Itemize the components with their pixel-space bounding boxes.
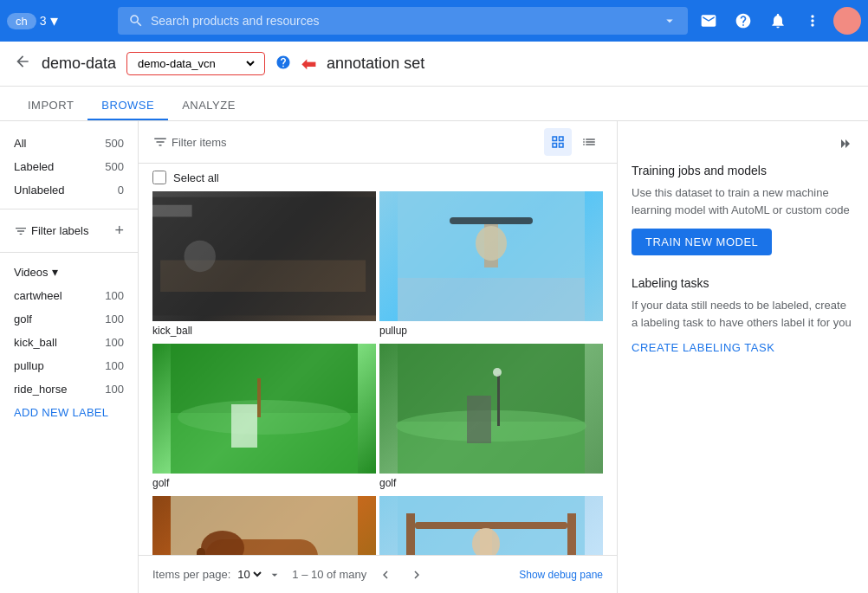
sidebar-item-ride-horse[interactable]: ride_horse 100 bbox=[0, 377, 138, 401]
sidebar-item-golf[interactable]: golf 100 bbox=[0, 307, 138, 331]
create-labeling-task-button[interactable]: CREATE LABELING TASK bbox=[632, 341, 774, 354]
svg-point-2 bbox=[184, 241, 215, 272]
main: All 500 Labeled 500 Unlabeled 0 Filter l… bbox=[0, 121, 868, 593]
tab-import[interactable]: IMPORT bbox=[14, 92, 87, 120]
ridehorse-thumb-art bbox=[152, 496, 376, 555]
video-thumb-kickball[interactable] bbox=[152, 191, 376, 321]
grid-icon bbox=[550, 134, 566, 150]
cartwheel-count: 100 bbox=[105, 289, 124, 302]
sidebar: All 500 Labeled 500 Unlabeled 0 Filter l… bbox=[0, 121, 139, 593]
app-chip[interactable]: ch bbox=[7, 13, 36, 29]
svg-point-19 bbox=[493, 368, 502, 377]
add-filter-icon[interactable]: + bbox=[114, 222, 124, 240]
kickball-thumb-art bbox=[152, 191, 376, 321]
select-all-checkbox[interactable] bbox=[152, 171, 166, 184]
sidebar-divider bbox=[0, 209, 138, 209]
chevron-right-icon bbox=[409, 567, 424, 583]
svg-rect-30 bbox=[406, 513, 415, 555]
items-per-page-label: Items per page: bbox=[152, 568, 230, 581]
videos-header[interactable]: Videos ▾ bbox=[0, 260, 138, 284]
chevron-right-double-icon bbox=[837, 135, 854, 152]
email-icon[interactable] bbox=[695, 7, 722, 35]
collapse-panel-button[interactable] bbox=[837, 135, 854, 157]
svg-point-8 bbox=[476, 226, 507, 261]
labeled-count: 500 bbox=[105, 160, 124, 173]
filter-labels-label: Filter labels bbox=[31, 224, 88, 237]
filter-items-button[interactable]: Filter items bbox=[152, 134, 227, 150]
golf-count: 100 bbox=[105, 313, 124, 326]
avatar[interactable] bbox=[833, 7, 861, 35]
search-bar[interactable] bbox=[118, 7, 688, 35]
page-title: demo-data bbox=[42, 55, 116, 73]
annotation-select[interactable]: demo-data_vcn bbox=[134, 56, 257, 71]
sidebar-item-all[interactable]: All 500 bbox=[0, 132, 138, 155]
labeled-label: Labeled bbox=[14, 160, 54, 173]
select-all-label: Select all bbox=[173, 171, 219, 184]
video-thumb-pullup1[interactable] bbox=[379, 191, 603, 321]
video-thumb-pullup2[interactable] bbox=[379, 496, 603, 555]
content-toolbar: Filter items bbox=[139, 121, 617, 164]
golf2-thumb-art bbox=[379, 344, 603, 474]
labeling-title: Labeling tasks bbox=[632, 276, 854, 290]
search-input[interactable] bbox=[151, 14, 655, 28]
annotation-dropdown[interactable]: demo-data_vcn bbox=[126, 52, 265, 75]
pullup1-thumb-art bbox=[379, 191, 603, 321]
list-view-button[interactable] bbox=[575, 128, 603, 156]
list-item: kick_ball bbox=[152, 191, 376, 340]
svg-rect-29 bbox=[415, 522, 567, 529]
video-thumb-ridehorse[interactable] bbox=[152, 496, 376, 555]
pagination-items-per-page: Items per page: 10 25 50 bbox=[152, 567, 282, 582]
train-new-model-button[interactable]: TRAIN NEW MODEL bbox=[632, 229, 772, 255]
unlabeled-label: Unlabeled bbox=[14, 184, 65, 197]
training-text: Use this dataset to train a new machine … bbox=[632, 184, 854, 218]
pagination-prev-button[interactable] bbox=[373, 563, 398, 587]
tab-browse[interactable]: BROWSE bbox=[87, 92, 168, 120]
add-new-label-button[interactable]: ADD NEW LABEL bbox=[0, 401, 138, 424]
video-grid: kick_ball pullup bbox=[139, 191, 617, 555]
sidebar-item-pullup[interactable]: pullup 100 bbox=[0, 354, 138, 377]
search-dropdown-icon[interactable] bbox=[662, 13, 677, 29]
items-per-page-select[interactable]: 10 25 50 bbox=[234, 567, 264, 582]
search-icon bbox=[128, 13, 144, 29]
video-thumb-golf1[interactable] bbox=[152, 344, 376, 474]
pagination-next-button[interactable] bbox=[405, 563, 429, 587]
page-header: demo-data demo-data_vcn ⬅ annotation set bbox=[0, 42, 868, 87]
svg-rect-18 bbox=[497, 374, 500, 426]
grid-view-button[interactable] bbox=[544, 128, 572, 156]
tab-analyze[interactable]: ANALYZE bbox=[168, 92, 249, 120]
list-item: golf bbox=[152, 344, 376, 493]
right-panel-toggle bbox=[632, 135, 854, 157]
sidebar-item-labeled[interactable]: Labeled 500 bbox=[0, 155, 138, 178]
video-thumb-golf2[interactable] bbox=[379, 344, 603, 474]
labeling-section: Labeling tasks If your data still needs … bbox=[632, 276, 854, 354]
sidebar-item-cartwheel[interactable]: cartwheel 100 bbox=[0, 284, 138, 307]
kick-ball-count: 100 bbox=[105, 336, 124, 349]
topbar: ch 3 ▾ bbox=[0, 0, 868, 42]
back-button[interactable] bbox=[14, 53, 31, 74]
items-dropdown-icon bbox=[268, 568, 282, 582]
golf1-thumb-art bbox=[152, 344, 376, 474]
pullup-label: pullup bbox=[14, 359, 44, 372]
filter-labels-row[interactable]: Filter labels + bbox=[0, 216, 138, 245]
svg-rect-3 bbox=[152, 205, 192, 217]
subnav: IMPORT BROWSE ANALYZE bbox=[0, 87, 868, 121]
topbar-right bbox=[695, 7, 861, 35]
notification-icon[interactable] bbox=[764, 7, 792, 35]
video-label: golf bbox=[379, 474, 603, 493]
videos-dropdown-icon: ▾ bbox=[52, 265, 58, 279]
svg-point-11 bbox=[178, 400, 351, 435]
chip-dropdown-icon[interactable]: ▾ bbox=[50, 11, 58, 30]
annotation-help-icon[interactable] bbox=[275, 55, 291, 74]
pagination: Items per page: 10 25 50 1 – 10 of many … bbox=[139, 555, 617, 593]
video-label: kick_ball bbox=[152, 321, 376, 340]
more-icon[interactable] bbox=[799, 7, 826, 35]
list-item: golf bbox=[379, 344, 603, 493]
kick-ball-label: kick_ball bbox=[14, 336, 57, 349]
pullup-count: 100 bbox=[105, 359, 124, 372]
sidebar-item-kick-ball[interactable]: kick_ball 100 bbox=[0, 331, 138, 354]
svg-rect-31 bbox=[567, 513, 576, 555]
debug-pane-link[interactable]: Show debug pane bbox=[519, 569, 603, 581]
help-icon[interactable] bbox=[729, 7, 757, 35]
sidebar-item-unlabeled[interactable]: Unlabeled 0 bbox=[0, 178, 138, 202]
video-label: golf bbox=[152, 474, 376, 493]
